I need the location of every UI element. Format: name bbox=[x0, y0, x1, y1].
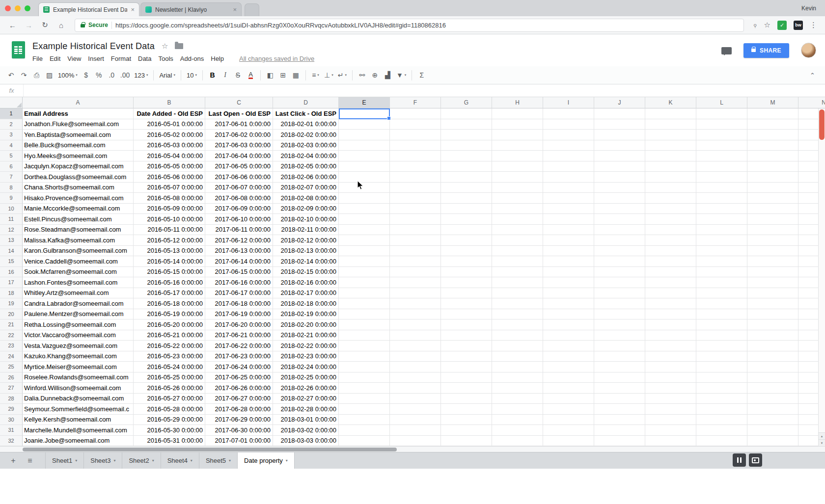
cell-J6[interactable] bbox=[594, 161, 645, 172]
cell-A17[interactable]: Lashon.Fontes@someemail.com bbox=[23, 277, 134, 288]
cell-G9[interactable] bbox=[441, 193, 492, 204]
cell-I32[interactable] bbox=[543, 436, 594, 447]
cell-C28[interactable]: 2017-06-27 0:00:00 bbox=[205, 394, 273, 404]
cell-A7[interactable]: Dorthea.Douglass@someemail.com bbox=[23, 172, 134, 183]
cell-G16[interactable] bbox=[441, 267, 492, 278]
cell-E14[interactable] bbox=[339, 246, 390, 257]
cell-E18[interactable] bbox=[339, 288, 390, 299]
menu-insert[interactable]: Insert bbox=[84, 53, 108, 64]
insert-chart-icon[interactable]: ▟ bbox=[382, 69, 394, 81]
format-currency-icon[interactable]: $ bbox=[80, 69, 92, 81]
cell-J31[interactable] bbox=[594, 425, 645, 436]
cell-A12[interactable]: Rose.Steadman@someemail.com bbox=[23, 225, 134, 236]
row-header-32[interactable]: 32 bbox=[0, 436, 23, 447]
cell-F10[interactable] bbox=[390, 204, 441, 214]
cell-I9[interactable] bbox=[543, 193, 594, 204]
cell-J32[interactable] bbox=[594, 436, 645, 447]
cell-K13[interactable] bbox=[645, 235, 696, 246]
cell-B24[interactable]: 2016-05-23 0:00:00 bbox=[134, 351, 205, 362]
cell-E26[interactable] bbox=[339, 372, 390, 383]
column-header-K[interactable]: K bbox=[645, 97, 696, 108]
cell-E29[interactable] bbox=[339, 404, 390, 415]
cell-M14[interactable] bbox=[747, 246, 798, 257]
tab-close-icon[interactable]: × bbox=[233, 6, 237, 13]
cell-D12[interactable]: 2018-02-11 0:00:00 bbox=[273, 225, 339, 236]
cell-C31[interactable]: 2017-06-30 0:00:00 bbox=[205, 425, 273, 436]
cell-J13[interactable] bbox=[594, 235, 645, 246]
cell-J20[interactable] bbox=[594, 309, 645, 320]
cell-F9[interactable] bbox=[390, 193, 441, 204]
cell-H8[interactable] bbox=[492, 183, 543, 193]
cell-H1[interactable] bbox=[492, 108, 543, 119]
cell-D31[interactable]: 2018-03-02 0:00:00 bbox=[273, 425, 339, 436]
close-window-button[interactable] bbox=[5, 5, 11, 11]
cell-A23[interactable]: Vesta.Vazguez@someemail.com bbox=[23, 341, 134, 351]
cell-G23[interactable] bbox=[441, 341, 492, 351]
cell-B25[interactable]: 2016-05-24 0:00:00 bbox=[134, 362, 205, 372]
cell-B16[interactable]: 2016-05-15 0:00:00 bbox=[134, 267, 205, 278]
cell-F11[interactable] bbox=[390, 214, 441, 225]
cell-G28[interactable] bbox=[441, 394, 492, 404]
row-header-3[interactable]: 3 bbox=[0, 130, 23, 140]
row-header-25[interactable]: 25 bbox=[0, 362, 23, 372]
cell-B22[interactable]: 2016-05-21 0:00:00 bbox=[134, 330, 205, 341]
cell-E32[interactable] bbox=[339, 436, 390, 447]
cell-H9[interactable] bbox=[492, 193, 543, 204]
cell-M26[interactable] bbox=[747, 372, 798, 383]
cell-C5[interactable]: 2017-06-04 0:00:00 bbox=[205, 151, 273, 161]
cell-F28[interactable] bbox=[390, 394, 441, 404]
column-header-L[interactable]: L bbox=[696, 97, 747, 108]
cell-M9[interactable] bbox=[747, 193, 798, 204]
cell-A19[interactable]: Candra.Labrador@someemail.com bbox=[23, 298, 134, 309]
cell-M22[interactable] bbox=[747, 330, 798, 341]
column-header-B[interactable]: B bbox=[134, 97, 205, 108]
horizontal-scrollbar-thumb[interactable] bbox=[23, 448, 397, 451]
cell-M27[interactable] bbox=[747, 383, 798, 394]
cell-K24[interactable] bbox=[645, 351, 696, 362]
cell-B20[interactable]: 2016-05-19 0:00:00 bbox=[134, 309, 205, 320]
undo-icon[interactable]: ↶ bbox=[5, 69, 17, 81]
row-header-5[interactable]: 5 bbox=[0, 151, 23, 161]
cell-I22[interactable] bbox=[543, 330, 594, 341]
cell-J23[interactable] bbox=[594, 341, 645, 351]
cell-D6[interactable]: 2018-02-05 0:00:00 bbox=[273, 161, 339, 172]
cell-B17[interactable]: 2016-05-16 0:00:00 bbox=[134, 277, 205, 288]
cell-H13[interactable] bbox=[492, 235, 543, 246]
cell-J2[interactable] bbox=[594, 119, 645, 130]
cell-C25[interactable]: 2017-06-24 0:00:00 bbox=[205, 362, 273, 372]
cell-J18[interactable] bbox=[594, 288, 645, 299]
cell-A14[interactable]: Karon.Gulbranson@someemail.com bbox=[23, 246, 134, 257]
cell-F25[interactable] bbox=[390, 362, 441, 372]
cell-E5[interactable] bbox=[339, 151, 390, 161]
scroll-up-icon[interactable]: ▴ bbox=[819, 432, 825, 439]
cell-B4[interactable]: 2016-05-03 0:00:00 bbox=[134, 140, 205, 151]
cell-K9[interactable] bbox=[645, 193, 696, 204]
cell-K16[interactable] bbox=[645, 267, 696, 278]
cell-B9[interactable]: 2016-05-08 0:00:00 bbox=[134, 193, 205, 204]
cell-M19[interactable] bbox=[747, 298, 798, 309]
row-header-10[interactable]: 10 bbox=[0, 204, 23, 214]
vertical-scrollbar-thumb[interactable] bbox=[819, 109, 825, 140]
cell-K7[interactable] bbox=[645, 172, 696, 183]
cell-G10[interactable] bbox=[441, 204, 492, 214]
cell-G21[interactable] bbox=[441, 319, 492, 330]
cell-C29[interactable]: 2017-06-28 0:00:00 bbox=[205, 404, 273, 415]
column-header-J[interactable]: J bbox=[594, 97, 645, 108]
cell-M23[interactable] bbox=[747, 341, 798, 351]
cell-I11[interactable] bbox=[543, 214, 594, 225]
cell-K18[interactable] bbox=[645, 288, 696, 299]
cell-B21[interactable]: 2016-05-20 0:00:00 bbox=[134, 319, 205, 330]
cell-I26[interactable] bbox=[543, 372, 594, 383]
row-header-15[interactable]: 15 bbox=[0, 256, 23, 267]
cell-G14[interactable] bbox=[441, 246, 492, 257]
sheet-tab-caret-icon[interactable]: ▾ bbox=[152, 458, 154, 463]
cell-E25[interactable] bbox=[339, 362, 390, 372]
cell-H15[interactable] bbox=[492, 256, 543, 267]
cell-F15[interactable] bbox=[390, 256, 441, 267]
cell-I30[interactable] bbox=[543, 415, 594, 425]
cell-K31[interactable] bbox=[645, 425, 696, 436]
cell-A16[interactable]: Sook.Mcfarren@someemail.com bbox=[23, 267, 134, 278]
cell-C12[interactable]: 2017-06-11 0:00:00 bbox=[205, 225, 273, 236]
row-header-4[interactable]: 4 bbox=[0, 140, 23, 151]
menu-tools[interactable]: Tools bbox=[155, 53, 176, 64]
